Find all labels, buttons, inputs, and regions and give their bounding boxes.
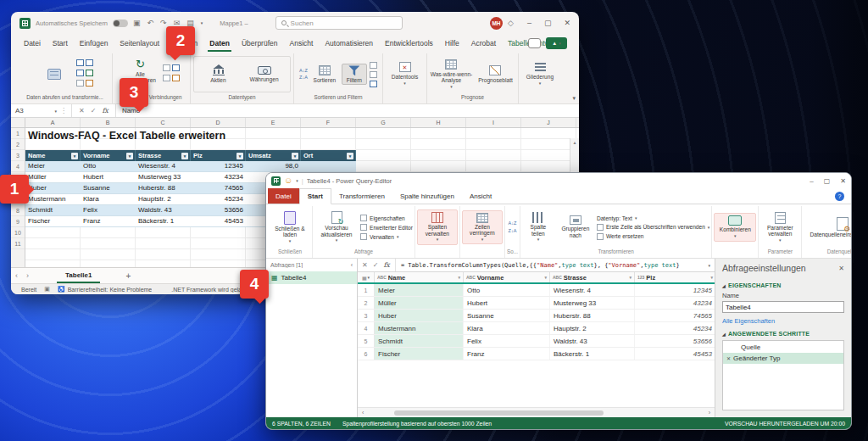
sort-desc-icon[interactable]: Z↓A [509, 229, 517, 234]
cell-plz[interactable]: 43234 [191, 172, 246, 182]
cell-strasse[interactable]: Huberstr. 88 [550, 310, 635, 321]
applied-step[interactable]: ✕ Quelle [723, 342, 843, 353]
cell-plz[interactable]: 53656 [191, 205, 246, 215]
filter-dropdown-icon[interactable]: ▾ [126, 153, 133, 159]
comments-button[interactable] [528, 38, 541, 48]
outline-button[interactable]: Gliederung▾ [521, 62, 559, 87]
filter-dropdown-icon[interactable]: ▾ [181, 153, 188, 159]
cell-vorname[interactable]: Klara [81, 194, 136, 204]
formula-code[interactable]: = Table.TransformColumnTypes(Quelle,{{"N… [395, 259, 704, 271]
qat-more-icon[interactable]: ▾ [201, 20, 203, 25]
cell-plz[interactable]: 45453 [191, 216, 246, 226]
column-letter[interactable]: H [411, 118, 466, 127]
formula-expand-icon[interactable]: ▾ [708, 263, 710, 268]
cell-plz[interactable]: 53656 [635, 335, 715, 347]
cell-plz[interactable]: 12345 [191, 161, 246, 171]
cell-vorname[interactable]: Felix [81, 205, 136, 215]
feedback-smiley-icon[interactable]: ☺ [284, 176, 292, 185]
filter-dropdown-icon[interactable]: ▾ [347, 153, 353, 159]
column-letter[interactable]: A [25, 118, 81, 127]
connections-mini-buttons[interactable] [163, 64, 182, 84]
filter-button[interactable]: Filtern [342, 64, 367, 84]
cell-strasse[interactable]: Waldstr. 43 [136, 205, 191, 215]
filter-dropdown-icon[interactable]: ▾ [710, 275, 713, 280]
sort-za-icon[interactable]: Z↓A [299, 75, 308, 81]
scrollbar-thumb[interactable] [367, 410, 704, 416]
maximize-button[interactable]: ▢ [544, 19, 552, 27]
filter-dropdown-icon[interactable]: ▾ [629, 275, 632, 280]
row-number[interactable]: 6 [358, 348, 375, 360]
datatype-button[interactable]: Datentyp: Text▾ [597, 215, 709, 221]
ribbon-tab[interactable]: Transformieren [331, 188, 392, 204]
cell-name[interactable]: Fischer [25, 216, 81, 226]
manage-button[interactable]: Verwalten▾ [360, 233, 413, 240]
properties-button[interactable]: Eigenschaften [360, 215, 413, 221]
cell-plz[interactable]: 45234 [635, 322, 715, 334]
minimize-button[interactable]: – [527, 19, 531, 27]
row-number[interactable]: 4 [358, 322, 375, 334]
applied-steps-section-header[interactable]: ◢ANGEWENDETE SCHRITTE [722, 331, 844, 337]
filter-dropdown-icon[interactable]: ▾ [236, 153, 243, 159]
diamond-icon[interactable]: ◇ [508, 19, 514, 27]
cell-plz[interactable]: 45453 [635, 348, 715, 360]
redo-icon[interactable]: ↷ [160, 19, 167, 27]
column-letter[interactable]: I [466, 118, 521, 127]
macro-record-icon[interactable]: ▣ [44, 286, 50, 293]
ribbon-tab[interactable]: Acrobat [465, 34, 502, 52]
column-header-name[interactable]: ABCName▾ [375, 272, 464, 282]
table-header-cell[interactable]: Ort▾ [301, 150, 356, 161]
close-pane-icon[interactable]: ✕ [838, 265, 844, 272]
manage-columns-button[interactable]: Spalten verwalten▾ [417, 209, 458, 245]
all-properties-link[interactable]: Alle Eigenschaften [722, 317, 844, 325]
filter-dropdown-icon[interactable]: ▾ [458, 275, 460, 280]
applied-step[interactable]: ✕ Geänderter Typ [723, 353, 843, 364]
column-letter[interactable]: C [136, 118, 191, 127]
filter-dropdown-icon[interactable]: ▾ [544, 275, 547, 280]
advanced-editor-button[interactable]: Erweiterter Editor [360, 224, 413, 231]
collapse-pane-icon[interactable]: ‹ [351, 262, 353, 268]
row-number[interactable]: 5 [358, 335, 375, 347]
ribbon-tab[interactable]: Spalte hinzufügen [392, 188, 462, 204]
enter-icon[interactable]: ✓ [91, 107, 97, 114]
column-header-plz[interactable]: 123Plz▾ [635, 272, 715, 282]
cell-strasse[interactable]: Musterweg 33 [550, 297, 635, 309]
ribbon-tab[interactable]: Seitenlayout [114, 34, 165, 52]
select-all-corner[interactable] [11, 118, 25, 127]
whatif-button[interactable]: Was-wäre-wenn-Analyse▾ [430, 59, 473, 90]
column-letter[interactable]: F [301, 118, 356, 127]
ribbon-tab[interactable]: Start [47, 34, 74, 52]
minimize-button[interactable]: – [810, 177, 813, 185]
datasource-settings-button[interactable]: Datenquelleneinstellungen [804, 215, 852, 240]
cell-vorname[interactable]: Franz [81, 216, 136, 226]
cell-name[interactable]: Meier [375, 284, 464, 296]
row-number[interactable]: 4 [11, 161, 25, 172]
share-button[interactable]: ▲▾ [546, 37, 567, 49]
name-box[interactable]: A3▾⋮ [11, 104, 72, 117]
replace-values-button[interactable]: Werte ersetzen [597, 233, 709, 240]
cell-vorname[interactable]: Hubert [81, 172, 136, 182]
row-number[interactable]: 2 [11, 139, 25, 150]
table-header-cell[interactable]: Plz▾ [191, 150, 246, 161]
split-column-button[interactable]: Spalte teilen▾ [522, 210, 554, 244]
row-number[interactable]: 11 [11, 238, 25, 249]
row-number[interactable]: 10 [11, 227, 25, 238]
sort-asc-icon[interactable]: A↓Z [509, 221, 517, 226]
cell-name[interactable]: Fischer [375, 348, 464, 360]
currencies-button[interactable]: Währungen [245, 66, 284, 82]
ribbon-tab[interactable]: Überprüfen [236, 34, 284, 52]
forecast-sheet-button[interactable]: Prognoseblatt [476, 65, 515, 83]
cell-vorname[interactable]: Susanne [464, 310, 550, 321]
cell-strasse[interactable]: Hauptstr. 2 [550, 322, 635, 334]
ribbon-tab[interactable]: Start [299, 188, 331, 204]
scroll-right-icon[interactable]: › [709, 410, 710, 416]
cell-plz[interactable]: 74565 [191, 183, 246, 193]
sort-button[interactable]: Sortieren [310, 65, 339, 83]
table-header-cell[interactable]: Name▾ [25, 150, 81, 161]
horizontal-scrollbar[interactable]: ‹ › [358, 407, 715, 417]
autosave-toggle[interactable] [113, 20, 128, 27]
maximize-button[interactable]: ▢ [824, 177, 831, 185]
close-button[interactable]: ✕ [840, 177, 846, 185]
column-letter[interactable]: J [521, 118, 576, 127]
cell-strasse[interactable]: Wiesenstr. 4 [550, 284, 635, 296]
row-number[interactable]: 8 [11, 205, 25, 216]
